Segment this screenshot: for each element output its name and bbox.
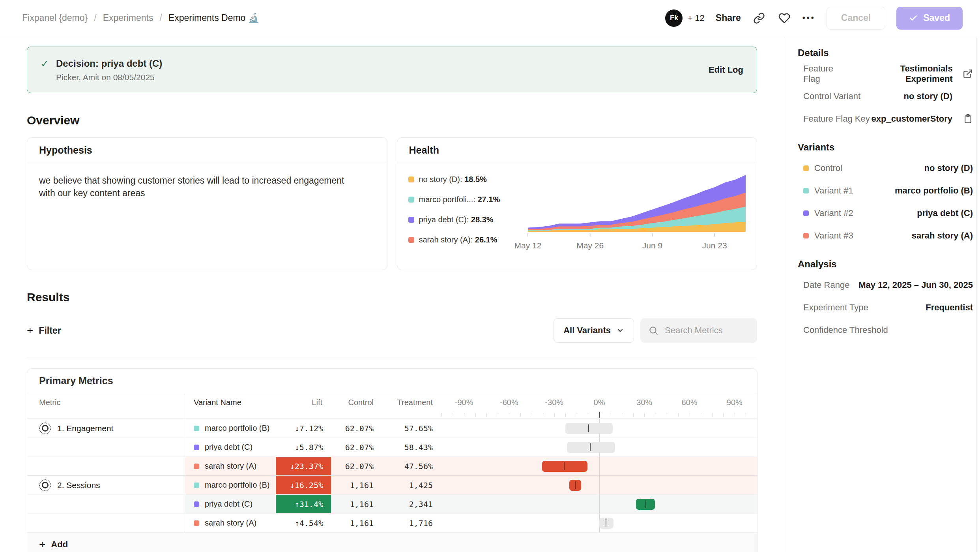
svg-text:May 12: May 12 bbox=[514, 241, 542, 250]
cancel-button[interactable]: Cancel bbox=[827, 7, 885, 30]
treatment-value: 47.56% bbox=[382, 462, 441, 471]
metric-name: 2. Sessions bbox=[57, 481, 100, 490]
variant-row-2: Variant #2 priya debt (C) bbox=[798, 202, 973, 224]
clipboard-copy-icon[interactable] bbox=[963, 114, 973, 124]
external-link-icon[interactable] bbox=[963, 69, 973, 79]
variant-swatch bbox=[803, 188, 809, 193]
health-legend: no story (D): 18.5% marco portfoli...: 2… bbox=[408, 169, 512, 257]
share-button[interactable]: Share bbox=[716, 13, 741, 23]
breadcrumb-separator: / bbox=[159, 13, 162, 23]
metric-goal-icon bbox=[39, 479, 51, 491]
hypothesis-body: we believe that showing customer stories… bbox=[27, 163, 359, 210]
check-icon bbox=[909, 14, 918, 23]
confidence-interval-plot bbox=[441, 419, 757, 437]
column-control: Control bbox=[331, 398, 382, 407]
details-heading: Details bbox=[798, 47, 973, 58]
metric-goal-icon bbox=[39, 422, 51, 434]
table-row[interactable]: sarah story (A) ↑4.54% 1,161 1,716 bbox=[27, 513, 757, 532]
axis-ruler-row bbox=[27, 411, 757, 419]
ci-marker bbox=[590, 443, 591, 451]
svg-text:Jun 23: Jun 23 bbox=[702, 241, 727, 250]
breadcrumb-experiments[interactable]: Experiments bbox=[103, 13, 153, 23]
breadcrumb-project[interactable]: Fixpanel {demo} bbox=[22, 13, 88, 23]
decision-check-icon: ✓ bbox=[41, 58, 49, 82]
table-footer: + Add bbox=[27, 532, 757, 552]
scroll-track[interactable] bbox=[976, 36, 977, 552]
ci-marker bbox=[588, 424, 589, 432]
avatar[interactable]: Fk bbox=[665, 9, 683, 27]
variant-row-control: Control no story (D) bbox=[798, 157, 973, 179]
metric-name: 1. Engagement bbox=[57, 424, 113, 433]
variant-swatch bbox=[194, 501, 199, 507]
treatment-value: 2,341 bbox=[382, 499, 441, 509]
hypothesis-card: Hypothesis we believe that showing custo… bbox=[27, 137, 387, 270]
confidence-interval-plot bbox=[441, 457, 757, 475]
more-options-icon[interactable]: ••• bbox=[802, 13, 815, 23]
legend-swatch-purple bbox=[408, 217, 414, 223]
lift-value: ↓23.37% bbox=[276, 457, 331, 475]
plus-icon: + bbox=[39, 538, 45, 551]
main-content: ✓ Decision: priya debt (C) Picker, Amit … bbox=[0, 36, 784, 552]
legend-item: sarah story (A): 26.1% bbox=[408, 235, 512, 244]
control-variant-value: no story (D) bbox=[904, 91, 952, 101]
health-title: Health bbox=[397, 138, 757, 163]
breadcrumb-current: Experiments Demo 🔬 bbox=[168, 13, 260, 23]
search-icon bbox=[648, 325, 658, 336]
table-row[interactable]: 1. Engagement marco portfolio (B) ↓7.12%… bbox=[27, 419, 757, 437]
ci-marker bbox=[606, 519, 606, 527]
overview-heading: Overview bbox=[27, 114, 757, 127]
ci-bar bbox=[542, 461, 587, 472]
control-value: 62.07% bbox=[331, 424, 382, 433]
decision-subtitle: Picker, Amit on 08/05/2025 bbox=[56, 73, 162, 82]
health-card: Health no story (D): 18.5% marco portfol… bbox=[397, 137, 757, 270]
column-metric: Metric bbox=[27, 393, 185, 411]
lift-value: ↑4.54% bbox=[276, 514, 331, 532]
legend-item: priya debt (C): 28.3% bbox=[408, 215, 512, 224]
edit-log-button[interactable]: Edit Log bbox=[709, 65, 743, 75]
results-heading: Results bbox=[27, 291, 757, 304]
lift-value: ↑31.4% bbox=[276, 495, 331, 513]
lift-value: ↓7.12% bbox=[276, 419, 331, 437]
table-row[interactable]: priya debt (C) ↓5.87% 62.07% 58.43% bbox=[27, 437, 757, 456]
decision-banner: ✓ Decision: priya debt (C) Picker, Amit … bbox=[27, 47, 757, 93]
table-row[interactable]: sarah story (A) ↓23.37% 62.07% 47.56% bbox=[27, 456, 757, 475]
analysis-heading: Analysis bbox=[798, 259, 973, 270]
favorite-heart-icon[interactable] bbox=[777, 11, 791, 25]
analysis-row-confidence-threshold: Confidence Threshold bbox=[798, 319, 973, 341]
control-value: 62.07% bbox=[331, 443, 382, 452]
variant-swatch bbox=[194, 464, 199, 469]
treatment-value: 58.43% bbox=[382, 443, 441, 452]
variant-swatch bbox=[194, 483, 199, 488]
confidence-interval-plot bbox=[441, 495, 757, 513]
breadcrumb-separator: / bbox=[94, 13, 96, 23]
copy-link-icon[interactable] bbox=[752, 11, 766, 25]
primary-metrics-card: Primary Metrics Metric Variant Name Lift… bbox=[27, 368, 757, 552]
variant-swatch bbox=[194, 426, 199, 431]
add-metric-button[interactable]: + Add bbox=[39, 538, 68, 551]
svg-text:Jun 9: Jun 9 bbox=[642, 241, 662, 250]
variants-dropdown[interactable]: All Variants bbox=[554, 318, 634, 343]
feature-flag-value[interactable]: Testimonials Experiment bbox=[852, 64, 953, 84]
treatment-value: 57.65% bbox=[382, 424, 441, 433]
table-header-row: Metric Variant Name Lift Control Treatme… bbox=[27, 393, 757, 411]
collaborators-count[interactable]: + 12 bbox=[687, 13, 704, 23]
table-row[interactable]: 2. Sessions marco portfolio (B) ↓16.25% … bbox=[27, 475, 757, 494]
add-filter-button[interactable]: + Filter bbox=[27, 324, 61, 337]
column-variant-name: Variant Name bbox=[185, 398, 276, 407]
search-metrics-input[interactable] bbox=[664, 325, 743, 336]
confidence-interval-plot bbox=[441, 476, 757, 494]
saved-button[interactable]: Saved bbox=[896, 7, 963, 30]
breadcrumb: Fixpanel {demo} / Experiments / Experime… bbox=[22, 13, 260, 23]
feature-flag-key-value: exp_customerStory bbox=[872, 114, 952, 124]
details-sidebar: Details Feature Flag Testimonials Experi… bbox=[784, 36, 980, 552]
variant-row-3: Variant #3 sarah story (A) bbox=[798, 224, 973, 247]
legend-swatch-salmon bbox=[408, 237, 414, 243]
variant-swatch bbox=[803, 165, 809, 171]
detail-row-control-variant: Control Variant no story (D) bbox=[798, 85, 973, 107]
ci-marker bbox=[564, 462, 565, 470]
table-row[interactable]: priya debt (C) ↑31.4% 1,161 2,341 bbox=[27, 494, 757, 513]
lift-value: ↓5.87% bbox=[276, 438, 331, 456]
variant-swatch bbox=[803, 210, 809, 216]
detail-row-feature-flag-key: Feature Flag Key exp_customerStory bbox=[798, 107, 973, 130]
legend-swatch-teal bbox=[408, 197, 414, 203]
